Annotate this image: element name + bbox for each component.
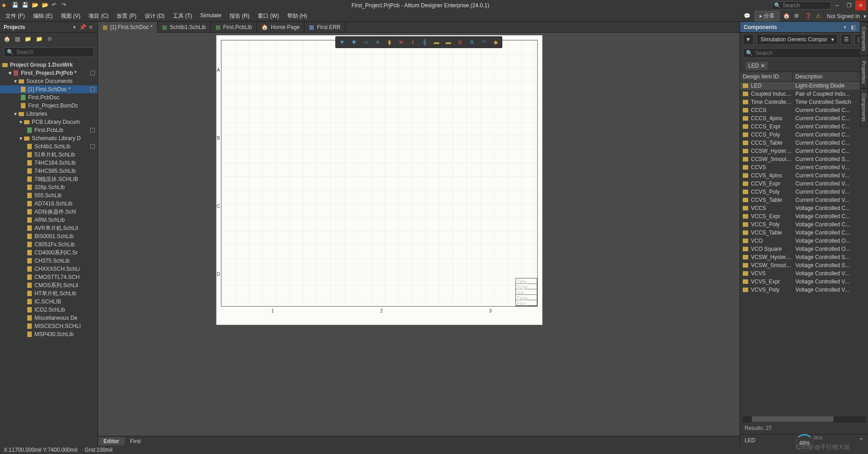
tree-node[interactable]: First_Project.BomDc <box>0 102 98 110</box>
component-row[interactable]: CCVS_4pinsCurrent Controlled V... <box>740 171 868 180</box>
filter-icon[interactable]: ▼ <box>338 39 346 46</box>
tree-node[interactable]: CMOS系列.SchLil <box>0 281 98 289</box>
undo-icon[interactable]: ↶ <box>52 2 59 9</box>
menu-item[interactable]: 视图 (V) <box>57 11 84 21</box>
redo-icon[interactable]: ↷ <box>62 2 69 9</box>
open2-icon[interactable]: 📂 <box>42 2 49 9</box>
sheet-icon[interactable]: ▬ <box>445 39 452 46</box>
home-icon[interactable]: 🏠 <box>4 36 10 42</box>
tree-node[interactable]: ICD2.SchLib <box>0 306 98 314</box>
projects-search-input[interactable] <box>16 49 91 55</box>
component-row[interactable]: CCCSCurrent Controlled C... <box>740 106 868 114</box>
h-scrollbar[interactable] <box>743 416 865 422</box>
component-row[interactable]: VCCSVoltage Controlled C... <box>740 204 868 212</box>
component-row[interactable]: Coupled InductorsPair of Coupled Indu... <box>740 90 868 98</box>
document-tab[interactable]: ▦Schlib1.SchLib <box>157 22 211 33</box>
tree-node[interactable]: CMOSTTL74.SCH <box>0 273 98 281</box>
component-row[interactable]: CCCS_4pinsCurrent Controlled C... <box>740 114 868 122</box>
menu-item[interactable]: 放置 (P) <box>113 11 140 21</box>
filter-chip[interactable]: LED ✕ <box>745 62 768 70</box>
align-icon[interactable]: ≡ <box>374 39 381 46</box>
global-search[interactable]: 🔍 Search <box>772 1 831 10</box>
poly-icon[interactable]: ◆ <box>492 39 499 46</box>
component-row[interactable]: CCVS_TableCurrent Controlled V... <box>740 196 868 204</box>
component-row[interactable]: CCCS_ExprCurrent Controlled C... <box>740 122 868 131</box>
component-row[interactable]: CCVS_ExprCurrent Controlled V... <box>740 180 868 188</box>
col-id[interactable]: Design Item ID <box>740 72 793 81</box>
tab-first[interactable]: First <box>125 437 146 445</box>
tree-node[interactable]: BIS0001.SchLib <box>0 232 98 240</box>
twist-icon[interactable]: ▾ <box>7 70 13 76</box>
component-row[interactable]: VCVS_ExprVoltage Controlled V... <box>740 278 868 286</box>
signin-chevron-icon[interactable]: ▾ <box>863 13 866 20</box>
part-icon[interactable]: ⇓ <box>409 39 417 46</box>
component-row[interactable]: VCVS_PolyVoltage Controlled V... <box>740 286 868 294</box>
tree-node[interactable]: 328p.SchLib <box>0 183 98 191</box>
gear-icon[interactable]: ⚙ <box>794 13 801 20</box>
twist-icon[interactable]: ▾ <box>18 119 24 125</box>
menu-item[interactable]: 项目 (C) <box>85 11 112 21</box>
menu-item[interactable]: 窗口 (W) <box>254 11 283 21</box>
panel-menu-icon[interactable]: ▾ <box>71 24 78 30</box>
twist-icon[interactable]: ▾ <box>18 135 24 142</box>
schematic-canvas[interactable]: A B C D 1 2 3 Title Size A4 Date: File: <box>98 33 740 436</box>
component-row[interactable]: CCSW_Smooth_T...Current Controlled S... <box>740 155 868 163</box>
doc-icon[interactable]: ▤ <box>15 36 20 42</box>
menu-item[interactable]: 工具 (T) <box>169 11 196 21</box>
tree-node[interactable]: ▾Schematic Library D <box>0 134 98 142</box>
component-row[interactable]: VCSW_HysteresisVoltage Controlled S... <box>740 253 868 261</box>
tree-node[interactable]: Project Group 1.DsnWrk <box>0 61 98 69</box>
projects-search[interactable]: 🔍 <box>4 47 94 57</box>
component-row[interactable]: CCVS_PolyCurrent Controlled V... <box>740 188 868 196</box>
save-icon[interactable]: 💾 <box>12 2 19 9</box>
component-row[interactable]: CCSW_HysteresisCurrent Controlled C... <box>740 147 868 155</box>
arc-icon[interactable]: ◠ <box>480 39 487 46</box>
tree-node[interactable]: 78稳压块.SCHLIB <box>0 175 98 183</box>
tree-node[interactable]: MISCESCH.SCHLI <box>0 322 98 330</box>
panel-menu-icon[interactable]: ▾ <box>842 24 848 30</box>
document-tab[interactable]: ▦[1] First.SchDoc * <box>98 22 157 33</box>
tree-node[interactable]: 555.SchLib <box>0 191 98 200</box>
menu-item[interactable]: 编辑 (E) <box>29 11 56 21</box>
tree-node[interactable]: CH375.SchLib <box>0 257 98 265</box>
port-icon[interactable]: ▬ <box>433 39 440 46</box>
tree-node[interactable]: 51单片机.SchLib <box>0 151 98 159</box>
home-icon[interactable]: 🏠 <box>783 13 790 20</box>
menu-item[interactable]: 报告 (R) <box>226 11 253 21</box>
panel-pin-icon[interactable]: 📌 <box>79 24 86 30</box>
panel-close-icon[interactable]: ✕ <box>88 24 94 30</box>
tree-node[interactable]: ▾Libraries <box>0 110 98 118</box>
tree-node[interactable]: First.PcbDoc <box>0 93 98 102</box>
menu-item[interactable]: 文件 (F) <box>2 11 29 21</box>
share-button[interactable]: ▸ 分享 <box>755 11 780 21</box>
tree-node[interactable]: C8051Fx.SchLib <box>0 240 98 249</box>
tree-node[interactable]: HT单片机.SchLib <box>0 289 98 298</box>
component-row[interactable]: LEDLight-Emitting Diode <box>740 82 868 90</box>
document-tab[interactable]: ▦First.ERR <box>304 22 345 33</box>
component-row[interactable]: VCCS_PolyVoltage Controlled C... <box>740 220 868 229</box>
tree-node[interactable]: [1] First.SchDoc * <box>0 85 98 93</box>
document-tab[interactable]: ▦First.PcbLib <box>211 22 257 33</box>
folder-icon[interactable]: 📁 <box>25 36 31 42</box>
components-search[interactable]: 🔍 ▾ <box>743 48 865 58</box>
filter-button[interactable]: ▼ <box>743 34 754 45</box>
tree-node[interactable]: Miscellaneous De <box>0 314 98 322</box>
component-row[interactable]: VCVSVoltage Controlled V... <box>740 269 868 278</box>
menu-item[interactable]: 设计 (D) <box>141 11 168 21</box>
component-row[interactable]: VCOVoltage Controlled O... <box>740 237 868 245</box>
panel-pin-icon[interactable]: ◧ <box>850 24 856 30</box>
select-icon[interactable]: ▭ <box>362 39 369 46</box>
tab-editor[interactable]: Editor <box>98 437 125 445</box>
component-row[interactable]: VCCS_ExprVoltage Controlled C... <box>740 212 868 220</box>
component-row[interactable]: VCCS_TableVoltage Controlled C... <box>740 229 868 237</box>
save-all-icon[interactable]: 💾 <box>22 2 29 9</box>
component-row[interactable]: CCVSCurrent Controlled V... <box>740 163 868 171</box>
close-icon[interactable]: ✕ <box>760 63 765 69</box>
tree-node[interactable]: AD7416.SchLib <box>0 200 98 208</box>
document-tab[interactable]: 🏠Home Page <box>257 22 304 33</box>
gear-icon[interactable]: ⚙ <box>47 36 52 42</box>
maximize-button[interactable]: ❐ <box>843 0 854 10</box>
tree-node[interactable]: MSP430.SchLib <box>0 330 98 338</box>
net-icon[interactable]: ╫ <box>421 39 428 46</box>
tree-node[interactable]: ARM.SchLib <box>0 216 98 224</box>
